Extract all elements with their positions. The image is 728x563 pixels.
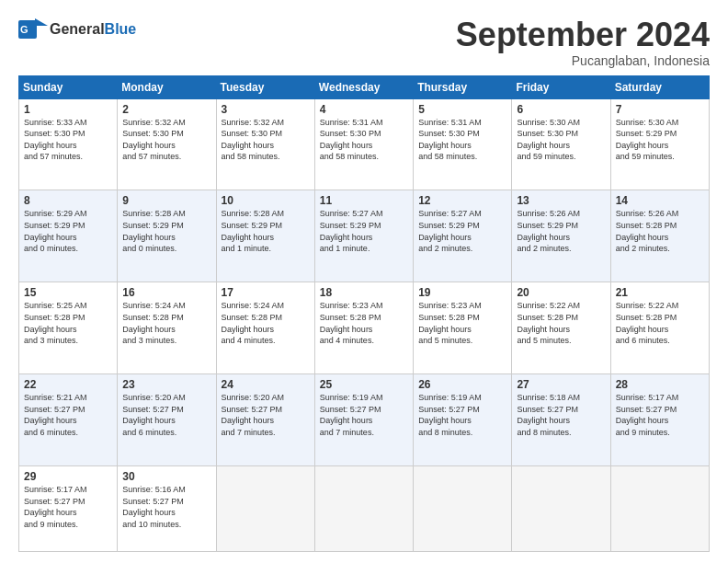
table-row: 10Sunrise: 5:28 AMSunset: 5:29 PMDayligh… [216,190,314,282]
calendar-table: Sunday Monday Tuesday Wednesday Thursday… [18,75,710,552]
col-thursday: Thursday [414,75,512,98]
day-info: Sunrise: 5:31 AMSunset: 5:30 PMDaylight … [418,118,482,162]
table-row: 5Sunrise: 5:31 AMSunset: 5:30 PMDaylight… [414,98,512,190]
day-info: Sunrise: 5:24 AMSunset: 5:28 PMDaylight … [122,301,186,345]
table-row: 25Sunrise: 5:19 AMSunset: 5:27 PMDayligh… [314,374,413,466]
calendar-week-row: 29Sunrise: 5:17 AMSunset: 5:27 PMDayligh… [19,466,710,552]
day-number: 20 [517,286,605,299]
day-info: Sunrise: 5:33 AMSunset: 5:30 PMDaylight … [24,118,87,162]
table-row [314,466,413,552]
day-number: 18 [320,286,408,299]
col-monday: Monday [118,75,216,98]
day-number: 26 [418,378,506,391]
title-section: September 2024 Pucanglaban, Indonesia [456,17,710,68]
calendar-header-row: Sunday Monday Tuesday Wednesday Thursday… [19,75,710,98]
day-number: 25 [320,378,408,391]
day-info: Sunrise: 5:26 AMSunset: 5:29 PMDaylight … [517,209,580,253]
day-number: 15 [24,286,112,299]
table-row: 21Sunrise: 5:22 AMSunset: 5:28 PMDayligh… [610,282,709,374]
table-row: 20Sunrise: 5:22 AMSunset: 5:28 PMDayligh… [512,282,610,374]
day-info: Sunrise: 5:32 AMSunset: 5:30 PMDaylight … [122,118,186,162]
table-row: 11Sunrise: 5:27 AMSunset: 5:29 PMDayligh… [314,190,413,282]
day-info: Sunrise: 5:31 AMSunset: 5:30 PMDaylight … [320,118,383,162]
logo: G GeneralBlue [18,17,136,42]
table-row: 12Sunrise: 5:27 AMSunset: 5:29 PMDayligh… [414,190,512,282]
svg-marker-2 [35,18,48,26]
table-row: 23Sunrise: 5:20 AMSunset: 5:27 PMDayligh… [118,374,216,466]
table-row: 27Sunrise: 5:18 AMSunset: 5:27 PMDayligh… [512,374,610,466]
day-number: 30 [122,470,210,483]
day-info: Sunrise: 5:30 AMSunset: 5:29 PMDaylight … [616,118,679,162]
table-row: 7Sunrise: 5:30 AMSunset: 5:29 PMDaylight… [610,98,709,190]
col-tuesday: Tuesday [216,75,314,98]
table-row: 9Sunrise: 5:28 AMSunset: 5:29 PMDaylight… [118,190,216,282]
table-row: 6Sunrise: 5:30 AMSunset: 5:30 PMDaylight… [512,98,610,190]
table-row: 16Sunrise: 5:24 AMSunset: 5:28 PMDayligh… [118,282,216,374]
table-row: 22Sunrise: 5:21 AMSunset: 5:27 PMDayligh… [19,374,118,466]
day-info: Sunrise: 5:19 AMSunset: 5:27 PMDaylight … [418,393,482,437]
table-row: 18Sunrise: 5:23 AMSunset: 5:28 PMDayligh… [314,282,413,374]
col-saturday: Saturday [610,75,709,98]
table-row: 3Sunrise: 5:32 AMSunset: 5:30 PMDaylight… [216,98,314,190]
day-number: 12 [418,194,506,207]
calendar-week-row: 1Sunrise: 5:33 AMSunset: 5:30 PMDaylight… [19,98,710,190]
day-info: Sunrise: 5:16 AMSunset: 5:27 PMDaylight … [122,485,186,529]
table-row: 28Sunrise: 5:17 AMSunset: 5:27 PMDayligh… [610,374,709,466]
table-row: 8Sunrise: 5:29 AMSunset: 5:29 PMDaylight… [19,190,118,282]
table-row: 15Sunrise: 5:25 AMSunset: 5:28 PMDayligh… [19,282,118,374]
day-info: Sunrise: 5:20 AMSunset: 5:27 PMDaylight … [122,393,186,437]
calendar-week-row: 8Sunrise: 5:29 AMSunset: 5:29 PMDaylight… [19,190,710,282]
day-info: Sunrise: 5:29 AMSunset: 5:29 PMDaylight … [24,209,87,253]
table-row [414,466,512,552]
day-info: Sunrise: 5:26 AMSunset: 5:28 PMDaylight … [616,209,679,253]
table-row: 4Sunrise: 5:31 AMSunset: 5:30 PMDaylight… [314,98,413,190]
day-number: 8 [24,194,112,207]
col-sunday: Sunday [19,75,118,98]
day-info: Sunrise: 5:24 AMSunset: 5:28 PMDaylight … [222,301,285,345]
table-row: 17Sunrise: 5:24 AMSunset: 5:28 PMDayligh… [216,282,314,374]
day-info: Sunrise: 5:17 AMSunset: 5:27 PMDaylight … [616,393,679,437]
day-number: 9 [122,194,210,207]
day-info: Sunrise: 5:28 AMSunset: 5:29 PMDaylight … [222,209,285,253]
day-info: Sunrise: 5:19 AMSunset: 5:27 PMDaylight … [320,393,383,437]
day-info: Sunrise: 5:23 AMSunset: 5:28 PMDaylight … [418,301,482,345]
logo-blue: Blue [105,21,137,37]
day-info: Sunrise: 5:17 AMSunset: 5:27 PMDaylight … [24,485,87,529]
day-info: Sunrise: 5:23 AMSunset: 5:28 PMDaylight … [320,301,383,345]
day-number: 23 [122,378,210,391]
day-info: Sunrise: 5:32 AMSunset: 5:30 PMDaylight … [222,118,285,162]
day-number: 22 [24,378,112,391]
day-number: 6 [517,103,605,116]
day-info: Sunrise: 5:20 AMSunset: 5:27 PMDaylight … [222,393,285,437]
day-number: 29 [24,470,112,483]
day-info: Sunrise: 5:27 AMSunset: 5:29 PMDaylight … [320,209,383,253]
logo-general: General [50,21,105,37]
day-number: 3 [222,103,310,116]
day-number: 28 [616,378,704,391]
day-number: 11 [320,194,408,207]
page: G GeneralBlue September 2024 Pucanglaban… [0,0,728,563]
day-number: 14 [616,194,704,207]
day-info: Sunrise: 5:30 AMSunset: 5:30 PMDaylight … [517,118,580,162]
table-row [610,466,709,552]
day-number: 17 [222,286,310,299]
day-number: 5 [418,103,506,116]
day-number: 16 [122,286,210,299]
day-info: Sunrise: 5:27 AMSunset: 5:29 PMDaylight … [418,209,482,253]
logo-icon: G [18,17,48,42]
day-info: Sunrise: 5:25 AMSunset: 5:28 PMDaylight … [24,301,87,345]
location: Pucanglaban, Indonesia [456,53,710,68]
svg-text:G: G [20,24,28,35]
table-row: 24Sunrise: 5:20 AMSunset: 5:27 PMDayligh… [216,374,314,466]
table-row: 26Sunrise: 5:19 AMSunset: 5:27 PMDayligh… [414,374,512,466]
table-row: 14Sunrise: 5:26 AMSunset: 5:28 PMDayligh… [610,190,709,282]
table-row: 30Sunrise: 5:16 AMSunset: 5:27 PMDayligh… [118,466,216,552]
table-row: 1Sunrise: 5:33 AMSunset: 5:30 PMDaylight… [19,98,118,190]
col-wednesday: Wednesday [314,75,413,98]
day-number: 24 [222,378,310,391]
day-info: Sunrise: 5:22 AMSunset: 5:28 PMDaylight … [616,301,679,345]
day-number: 19 [418,286,506,299]
table-row: 19Sunrise: 5:23 AMSunset: 5:28 PMDayligh… [414,282,512,374]
month-title: September 2024 [456,17,710,53]
day-number: 2 [122,103,210,116]
